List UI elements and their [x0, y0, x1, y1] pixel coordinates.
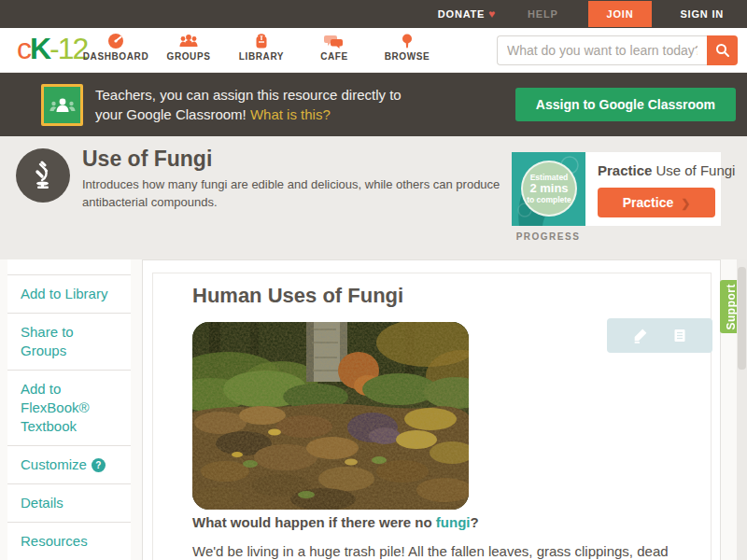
progress-label: PROGRESS [508, 231, 588, 242]
groups-people-icon [178, 33, 199, 49]
lesson-sidebar: Add to Library Share to Groups Add to Fl… [7, 259, 131, 560]
estimated-time-badge: Estimated 2 mins to complete [521, 161, 577, 217]
nav-item-browse[interactable]: BROWSE [374, 33, 441, 62]
cafe-chat-icon [324, 33, 345, 49]
donate-link[interactable]: DONATE ♥ [438, 7, 496, 21]
lesson-description: Introduces how many fungi are edible and… [82, 175, 521, 211]
search-bar [497, 35, 738, 65]
join-button[interactable]: JOIN [588, 1, 653, 27]
top-bar: DONATE ♥ HELP JOIN SIGN IN [0, 0, 747, 28]
heart-icon: ♥ [488, 7, 496, 21]
browse-bulb-icon [397, 33, 417, 49]
article-card: Human Uses of Fungi [142, 259, 721, 560]
nav-item-library[interactable]: LIBRARY [228, 33, 295, 62]
microscope-icon [16, 148, 70, 203]
help-link[interactable]: HELP [528, 8, 558, 20]
article-heading: Human Uses of Fungi [192, 284, 403, 308]
notes-icon[interactable] [672, 328, 687, 343]
lesson-header: Use of Fungi Introduces how many fungi a… [0, 136, 747, 259]
google-classroom-icon [41, 84, 83, 126]
fungi-term-link[interactable]: fungi [436, 514, 471, 530]
search-input[interactable] [497, 35, 707, 65]
classroom-banner: Teachers, you can assign this resource d… [0, 73, 747, 136]
article-question: What would happen if there were no fungi… [192, 514, 479, 530]
sidebar-item-resources[interactable]: Resources [7, 522, 131, 560]
highlighter-icon[interactable] [632, 328, 648, 343]
search-icon [715, 43, 730, 58]
practice-title: PracticeUse of Fungi [598, 162, 735, 178]
what-is-this-link[interactable]: What is this? [250, 106, 331, 122]
sidebar-item-share-to-groups[interactable]: Share to Groups [7, 313, 131, 370]
nav-item-groups[interactable]: GROUPS [155, 33, 222, 62]
chevron-right-icon: ❯ [681, 197, 690, 210]
practice-progress-image[interactable]: Estimated 2 mins to complete [512, 152, 585, 226]
sidebar-item-details[interactable]: Details [7, 483, 131, 522]
help-question-icon[interactable]: ? [92, 458, 106, 472]
sidebar-item-add-to-library[interactable]: Add to Library [7, 274, 131, 313]
compost-pile-image [192, 322, 469, 510]
annotation-toolbar [607, 318, 712, 353]
banner-text: Teachers, you can assign this resource d… [95, 85, 402, 124]
search-button[interactable] [707, 35, 738, 65]
main-nav: cK-12 DASHBOARD GROUPS LIBRARY CAFE BROW… [0, 28, 747, 73]
scrollbar[interactable] [737, 259, 747, 560]
practice-button[interactable]: Practice❯ [598, 188, 715, 217]
sign-in-link[interactable]: SIGN IN [680, 8, 724, 20]
ck12-logo[interactable]: cK-12 [17, 32, 87, 66]
practice-panel: PracticeUse of Fungi Practice❯ [585, 152, 721, 226]
nav-item-cafe[interactable]: CAFE [301, 33, 368, 62]
sidebar-item-customize[interactable]: Customize? [7, 445, 131, 483]
assign-to-classroom-button[interactable]: Assign to Google Classroom [515, 88, 736, 121]
sidebar-item-add-to-flexbook[interactable]: Add to FlexBook® Textbook [7, 370, 131, 445]
scrollbar-thumb[interactable] [738, 267, 746, 370]
dashboard-gauge-icon [106, 33, 126, 49]
nav-item-dashboard[interactable]: DASHBOARD [82, 33, 149, 62]
article-paragraph: We'd be living in a huge trash pile! All… [192, 541, 701, 560]
lesson-title: Use of Fungi [82, 147, 212, 172]
library-backpack-icon [251, 33, 272, 49]
